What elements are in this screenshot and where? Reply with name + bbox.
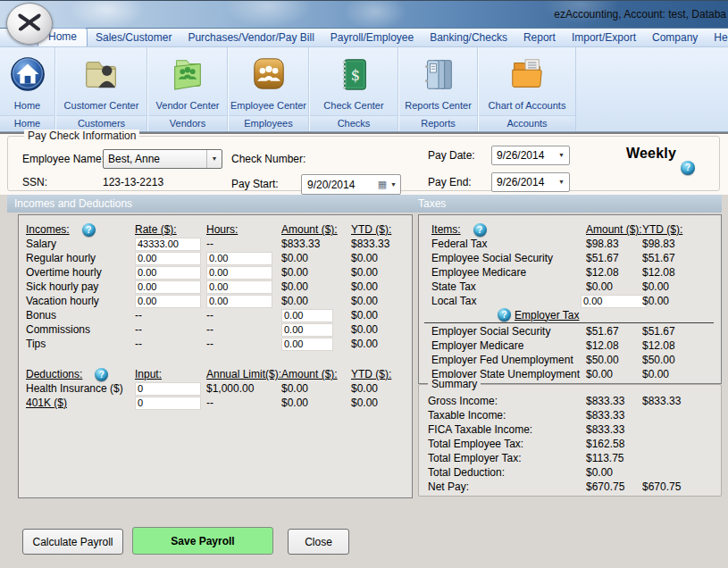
- menu-company[interactable]: Company: [644, 29, 706, 46]
- incomes-deductions-panel: Incomes:? Rate ($): Hours: Amount ($): Y…: [18, 214, 413, 498]
- summary-row-fica-taxable-income: FICA Taxable Income: $833.33: [428, 422, 717, 437]
- summary-groupbox: Summary Gross Income: $833.33 $833.33 Ta…: [418, 384, 722, 497]
- income-row-salary: Salary -- $833.33 $833.33: [26, 237, 408, 251]
- paycheck-groupbox: Pay Check Information Employee Name: Bes…: [7, 136, 720, 191]
- tax-row-employee-social-security: Employee Social Security $51.67 $51.67: [431, 251, 717, 265]
- close-button[interactable]: Close: [288, 529, 349, 555]
- tax-row-employer-medicare: Employer Medicare $12.08 $12.08: [431, 338, 717, 353]
- check-number-label: Check Number:: [231, 153, 305, 165]
- section-band: Incomes and Deductions Taxes: [7, 195, 722, 213]
- ssn-value: 123-13-2213: [103, 176, 163, 188]
- menu-help[interactable]: Help: [706, 29, 728, 46]
- help-globe-icon[interactable]: ?: [82, 223, 96, 237]
- help-globe-icon[interactable]: ?: [95, 368, 108, 381]
- income-row-sick: Sick hourly pay $0.00 $0.00: [26, 280, 408, 294]
- regular-rate-input[interactable]: [135, 252, 201, 265]
- summary-row-gross-income: Gross Income: $833.33 $833.33: [428, 394, 717, 408]
- toolbar-check-center-button[interactable]: $ Check Center Checks: [309, 47, 398, 131]
- summary-row-taxable-income: Taxable Income: $833.33: [428, 408, 717, 422]
- chevron-down-icon: ▼: [389, 181, 400, 188]
- ribbon-toolbar: Home Home Customer Center Customers: [0, 47, 728, 132]
- taxes-section-header: Taxes: [418, 197, 446, 210]
- help-globe-icon[interactable]: ?: [498, 308, 511, 322]
- toolbar-group-employees: Employees: [229, 115, 308, 130]
- toolbar-chart-of-accounts-button[interactable]: Chart of Accounts Accounts: [478, 47, 576, 131]
- toolbar-home-button[interactable]: Home Home: [0, 47, 55, 131]
- save-payroll-button[interactable]: Save Payroll: [132, 527, 273, 555]
- toolbar-customer-center-button[interactable]: Customer Center Customers: [55, 47, 147, 131]
- deductions-header-row: Deductions:? Input: Annual Limit($): Amo…: [26, 367, 408, 381]
- local-tax-input[interactable]: [581, 295, 647, 308]
- menu-import-export[interactable]: Import/Export: [564, 29, 644, 46]
- employee-name-combobox[interactable]: Best, Anne ▼: [103, 149, 222, 169]
- salary-rate-input[interactable]: [135, 238, 201, 251]
- sick-rate-input[interactable]: [135, 280, 201, 294]
- vendor-folder-icon: [148, 47, 227, 100]
- window-title: ezAccounting, Account: test, Databa: [554, 8, 726, 21]
- menu-banking-checks[interactable]: Banking/Checks: [422, 29, 515, 46]
- title-bar: ezAccounting, Account: test, Databa: [0, 0, 728, 29]
- menu-sales-customer[interactable]: Sales/Customer: [88, 29, 180, 46]
- pay-date-label: Pay Date:: [428, 149, 475, 162]
- customer-folder-icon: [56, 47, 146, 100]
- menu-bar: Home Sales/Customer Purchases/Vendor/Pay…: [0, 29, 728, 47]
- regular-hours-input[interactable]: [206, 252, 272, 265]
- employer-tax-header: ?Employer Tax: [424, 308, 714, 323]
- tax-row-employee-medicare: Employee Medicare $12.08 $12.08: [431, 265, 717, 280]
- svg-text:$: $: [351, 66, 360, 83]
- income-row-commissions: Commissions -- -- $0.00: [26, 322, 408, 337]
- bonus-amount-input[interactable]: [281, 309, 333, 322]
- toolbar-group-reports: Reports: [399, 115, 477, 130]
- toolbar-group-checks: Checks: [310, 115, 397, 130]
- tax-row-federal: Federal Tax $98.83 $98.83: [431, 237, 717, 251]
- calculate-payroll-button[interactable]: Calculate Payroll: [22, 529, 123, 555]
- deduction-row-401k: 401K ($) -- $0.00 $0.00: [26, 396, 408, 410]
- toolbar-group-accounts: Accounts: [479, 115, 575, 130]
- report-binders-icon: [399, 47, 477, 100]
- summary-title: Summary: [428, 378, 481, 390]
- accounts-folder-icon: [479, 47, 575, 100]
- app-logo-button[interactable]: [6, 3, 53, 45]
- 401k-input[interactable]: [135, 397, 201, 410]
- vacation-hours-input[interactable]: [206, 295, 272, 308]
- income-row-tips: Tips -- -- $0.00: [26, 337, 408, 351]
- summary-row-total-employee-tax: Total Employee Tax: $162.58: [428, 437, 717, 451]
- chevron-down-icon: ▼: [554, 146, 569, 164]
- chevron-down-icon: ▼: [206, 150, 222, 168]
- employee-people-icon: [229, 47, 308, 100]
- income-row-vacation: Vacation hourly $0.00 $0.00: [26, 294, 408, 308]
- tax-row-local: Local Tax $0.00: [431, 294, 717, 308]
- health-insurance-input[interactable]: [135, 382, 201, 396]
- taxes-header-row: Items:? Amount ($): YTD ($):: [431, 222, 717, 237]
- pay-start-datepicker[interactable]: 9/20/2014 ▦ ▼: [301, 174, 401, 195]
- vacation-rate-input[interactable]: [135, 295, 201, 308]
- tips-amount-input[interactable]: [281, 338, 333, 351]
- pay-end-combobox[interactable]: 9/26/2014 ▼: [491, 172, 570, 192]
- summary-row-total-deduction: Total Deduction: $0.00: [428, 465, 717, 480]
- menu-purchases-vendor-pay-bill[interactable]: Purchases/Vendor/Pay Bill: [180, 29, 322, 46]
- commissions-amount-input[interactable]: [281, 323, 333, 337]
- tax-row-state: State Tax $0.00 $0.00: [431, 280, 717, 294]
- sick-hours-input[interactable]: [206, 280, 272, 294]
- pay-frequency-label: Weekly: [626, 146, 676, 162]
- help-globe-icon[interactable]: ?: [681, 161, 695, 175]
- pay-end-label: Pay End:: [428, 176, 472, 188]
- toolbar-vendor-center-button[interactable]: Vendor Center Vendors: [147, 47, 228, 131]
- app-logo-icon: [14, 7, 45, 40]
- pay-date-combobox[interactable]: 9/26/2014 ▼: [491, 146, 570, 165]
- toolbar-group-vendors: Vendors: [148, 115, 227, 130]
- income-row-regular: Regular hourly $0.00 $0.00: [26, 251, 408, 265]
- chevron-down-icon: ▼: [554, 173, 569, 191]
- menu-payroll-employee[interactable]: Payroll/Employee: [322, 29, 422, 46]
- toolbar-group-customers: Customers: [56, 115, 146, 130]
- help-globe-icon[interactable]: ?: [473, 223, 487, 237]
- menu-report[interactable]: Report: [515, 29, 564, 46]
- toolbar-employee-center-button[interactable]: Employee Center Employees: [228, 47, 309, 131]
- income-row-overtime: Overtime hourly $0.00 $0.00: [26, 265, 408, 280]
- paycheck-title: Pay Check Information: [24, 129, 139, 142]
- toolbar-reports-center-button[interactable]: Reports Center Reports: [398, 47, 478, 131]
- 401k-link[interactable]: 401K ($): [26, 397, 135, 409]
- overtime-rate-input[interactable]: [135, 266, 201, 280]
- checkbook-icon: $: [310, 47, 397, 100]
- overtime-hours-input[interactable]: [206, 266, 272, 280]
